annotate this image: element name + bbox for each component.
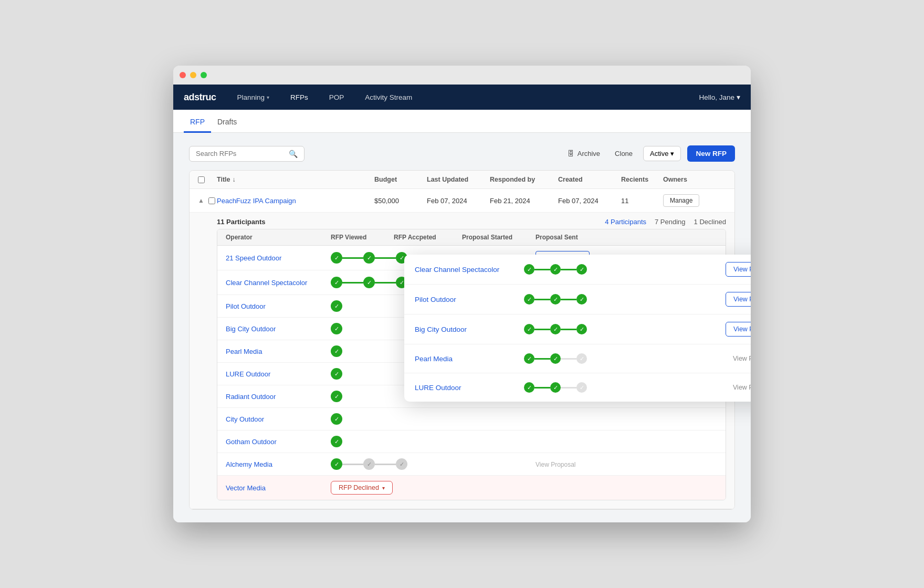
check-viewed-9: ✓ [331, 436, 342, 447]
participants-count: 11 Participants [217, 218, 266, 226]
operator-name-6[interactable]: LURE Outdoor [226, 370, 331, 378]
floating-row-1: Clear Channel Spectacolor ✓ ✓ ✓ View Pro… [404, 255, 751, 285]
operator-progress-7: ✓ [331, 391, 394, 402]
fp-dot-2a: ✓ [524, 294, 534, 304]
floating-btn-3: View Proposal [726, 322, 751, 337]
col-budget: Budget [374, 176, 427, 183]
floating-view-btn-2[interactable]: View Proposal [726, 292, 751, 307]
stat-participants-link[interactable]: 4 Participants [605, 218, 646, 226]
row-checkbox[interactable] [208, 197, 215, 204]
status-chevron-icon: ▾ [670, 150, 674, 158]
fp-line-3b [561, 329, 576, 330]
floating-progress-4: ✓ ✓ ✓ [524, 353, 587, 364]
sub-nav: RFP Drafts [173, 110, 751, 133]
fp-line-4a [534, 358, 550, 360]
manage-button[interactable]: Manage [663, 194, 699, 207]
floating-operator-2[interactable]: Pilot Outdoor [415, 296, 520, 303]
nav-activity-stream[interactable]: Activity Stream [361, 91, 416, 103]
fp-dot-3c: ✓ [576, 324, 587, 334]
new-rfp-button[interactable]: New RFP [687, 145, 735, 162]
search-input[interactable] [196, 150, 285, 158]
col-title[interactable]: Title ↓ [217, 176, 374, 183]
maximize-dot[interactable] [201, 72, 207, 78]
fp-line-1b [561, 269, 576, 270]
fp-dot-2c: ✓ [576, 294, 587, 304]
operator-progress-8: ✓ [331, 413, 394, 425]
nav-planning[interactable]: Planning ▾ [233, 91, 274, 103]
floating-view-btn-3[interactable]: View Proposal [726, 322, 751, 337]
archive-button[interactable]: 🗄 Archive [563, 146, 604, 161]
operator-progress-4: ✓ [331, 323, 394, 334]
floating-operator-5[interactable]: LURE Outdoor [415, 384, 520, 392]
clone-button[interactable]: Clone [611, 146, 637, 161]
sub-col-proposal-sent: Proposal Sent [536, 234, 717, 241]
operator-name-9[interactable]: Gotham Outdoor [226, 438, 331, 446]
floating-progress-2: ✓ ✓ ✓ [524, 294, 587, 304]
select-all-checkbox[interactable] [198, 176, 205, 183]
operator-name-3[interactable]: Pilot Outdoor [226, 302, 331, 310]
participants-table-header: Operator RFP Viewed RFP Accpeted Proposa… [217, 229, 726, 246]
operator-viewed-1: ✓ ✓ ✓ [331, 252, 394, 264]
operator-name-declined[interactable]: Vector Media [226, 484, 331, 492]
operator-name-7[interactable]: Radiant Outdoor [226, 393, 331, 401]
close-dot[interactable] [180, 72, 186, 78]
collapse-icon[interactable]: ▲ [198, 197, 204, 204]
fp-dot-2b: ✓ [550, 294, 561, 304]
operator-name-10[interactable]: Alchemy Media [226, 460, 331, 468]
operator-name-2[interactable]: Clear Channel Spectacolor [226, 279, 331, 287]
table-row: ▲ PeachFuzz IPA Campaign $50,000 Feb 07,… [190, 189, 734, 213]
col-recients: Recients [621, 176, 663, 183]
operator-name-5[interactable]: Pearl Media [226, 348, 331, 355]
operator-progress-10: ✓ ✓ ✓ [331, 458, 394, 470]
floating-btn-5: View Proposal [726, 381, 751, 394]
sub-col-operator: Operator [226, 234, 331, 241]
fp-line-5b [561, 387, 576, 388]
operator-name-4[interactable]: Big City Outdoor [226, 325, 331, 333]
check-viewed-5: ✓ [331, 345, 342, 357]
floating-row-2: Pilot Outdoor ✓ ✓ ✓ View Proposal [404, 285, 751, 314]
line-2b [375, 282, 396, 284]
check-viewed-6: ✓ [331, 368, 342, 380]
fp-dot-5b: ✓ [550, 382, 561, 393]
sort-icon: ↓ [232, 176, 235, 183]
fp-dot-1b: ✓ [550, 264, 561, 275]
operator-row-9: Gotham Outdoor ✓ [217, 430, 726, 453]
campaign-budget: $50,000 [374, 197, 427, 205]
stat-pending: 7 Pending [655, 218, 686, 226]
nav-rfps[interactable]: RFPs [286, 91, 312, 103]
user-greeting[interactable]: Hello, Jane ▾ [699, 93, 740, 101]
operator-name-1[interactable]: 21 Speed Outdoor [226, 254, 331, 262]
floating-operator-3[interactable]: Big City Outdoor [415, 326, 520, 333]
campaign-responded-by: Feb 21, 2024 [490, 197, 558, 205]
status-dropdown[interactable]: Active ▾ [643, 146, 681, 161]
line-2a [342, 282, 363, 284]
fp-line-4b [561, 358, 576, 360]
brand-logo: adstruc [184, 92, 216, 103]
row-expand[interactable]: ▲ [198, 197, 217, 204]
fp-dot-4a: ✓ [524, 353, 534, 364]
nav-pop[interactable]: POP [325, 91, 349, 103]
check-viewed-3: ✓ [331, 300, 342, 312]
operator-name-8[interactable]: City Outdoor [226, 415, 331, 423]
floating-btn-1: View Proposal [726, 262, 751, 277]
search-box[interactable]: 🔍 [189, 146, 304, 162]
tab-drafts[interactable]: Drafts [211, 112, 243, 133]
tab-rfp[interactable]: RFP [184, 112, 211, 133]
floating-view-btn-5: View Proposal [726, 381, 751, 394]
minimize-dot[interactable] [190, 72, 196, 78]
campaign-recients: 11 [621, 197, 663, 205]
browser-titlebar [173, 66, 751, 85]
col-last-updated: Last Updated [427, 176, 490, 183]
floating-operator-1[interactable]: Clear Channel Spectacolor [415, 266, 520, 274]
floating-operator-4[interactable]: Pearl Media [415, 355, 520, 363]
archive-icon: 🗄 [568, 150, 574, 158]
stat-declined: 1 Declined [694, 218, 726, 226]
col-responded-by: Responded by [490, 176, 558, 183]
floating-view-btn-1[interactable]: View Proposal [726, 262, 751, 277]
fp-line-2a [534, 299, 550, 300]
campaign-title-link[interactable]: PeachFuzz IPA Campaign [217, 197, 374, 205]
floating-row-4: Pearl Media ✓ ✓ ✓ View Proposal [404, 344, 751, 373]
check-viewed-7: ✓ [331, 391, 342, 402]
rfp-declined-badge[interactable]: RFP Declined ▾ [331, 481, 393, 495]
operator-progress-3: ✓ [331, 300, 394, 312]
